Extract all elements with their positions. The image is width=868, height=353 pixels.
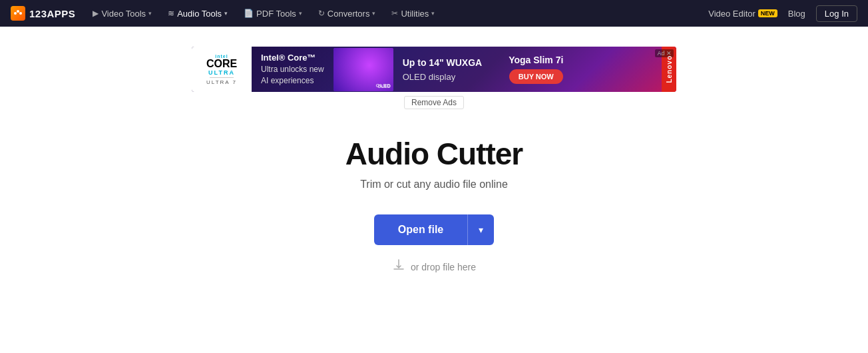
ad-cta-button[interactable]: BUY NOW bbox=[509, 69, 563, 84]
video-editor-link[interactable]: Video Editor NEW bbox=[708, 9, 777, 19]
ad-product-cta: Yoga Slim 7i BUY NOW bbox=[498, 55, 574, 84]
nav-item-pdf-tools[interactable]: 📄 PDF Tools ▾ bbox=[237, 0, 309, 27]
ad-banner[interactable]: intel CORE ULTRA ULTRA 7 Intel® Core™ Ul… bbox=[192, 47, 676, 92]
audio-tools-icon: ≋ bbox=[168, 9, 174, 18]
svg-point-0 bbox=[14, 12, 17, 15]
oled-label: OLED bbox=[377, 84, 390, 89]
ad-container: intel CORE ULTRA ULTRA 7 Intel® Core™ Ul… bbox=[0, 47, 868, 109]
chevron-down-icon: ▾ bbox=[148, 10, 152, 17]
chevron-down-icon-audio: ▾ bbox=[224, 10, 228, 17]
nav-item-utilities[interactable]: ✂ Utilities ▾ bbox=[385, 0, 441, 27]
intel-model: ULTRA 7 bbox=[206, 79, 237, 85]
ad-wuxga-sub: OLED display bbox=[403, 72, 455, 82]
nav-label-utilities: Utilities bbox=[401, 9, 429, 19]
chevron-down-icon-util: ▾ bbox=[431, 10, 435, 17]
svg-point-2 bbox=[19, 12, 22, 15]
ad-intel-section: intel CORE ULTRA ULTRA 7 bbox=[192, 47, 252, 92]
open-file-dropdown-button[interactable]: ▾ bbox=[467, 214, 494, 245]
page-subtitle: Trim or cut any audio file online bbox=[360, 178, 508, 190]
ad-headline3: AI experiences bbox=[261, 75, 324, 87]
remove-ads-button[interactable]: Remove Ads bbox=[404, 96, 464, 109]
intel-core: CORE bbox=[206, 59, 237, 69]
pdf-tools-icon: 📄 bbox=[244, 9, 254, 18]
chevron-down-icon-open: ▾ bbox=[479, 224, 483, 235]
navbar: 123APPS ▶ Video Tools ▾ ≋ Audio Tools ▾ … bbox=[0, 0, 868, 27]
ad-right-section: Up to 14" WUXGA OLED display bbox=[393, 57, 491, 82]
open-file-button[interactable]: Open file bbox=[374, 214, 467, 245]
ad-product-name: Yoga Slim 7i bbox=[509, 55, 563, 65]
drop-label: or drop file here bbox=[411, 262, 476, 272]
ad-headline1: Intel® Core™ bbox=[261, 52, 324, 64]
nav-right: Video Editor NEW Blog Log In bbox=[708, 5, 857, 22]
nav-item-converters[interactable]: ↻ Convertors ▾ bbox=[312, 0, 383, 27]
nav-label-video-tools: Video Tools bbox=[101, 9, 146, 19]
video-editor-label: Video Editor bbox=[708, 9, 756, 19]
blog-link[interactable]: Blog bbox=[783, 9, 811, 19]
nav-item-video-tools[interactable]: ▶ Video Tools ▾ bbox=[86, 0, 158, 27]
video-tools-icon: ▶ bbox=[93, 9, 99, 18]
nav-item-audio-tools[interactable]: ≋ Audio Tools ▾ bbox=[161, 0, 234, 27]
logo-text: 123APPS bbox=[29, 8, 75, 19]
utilities-icon: ✂ bbox=[391, 9, 398, 18]
ad-text-section: Intel® Core™ Ultra unlocks new AI experi… bbox=[252, 52, 333, 87]
logo[interactable]: 123APPS bbox=[11, 6, 75, 21]
ad-wuxga-headline: Up to 14" WUXGA bbox=[403, 57, 482, 68]
intel-ultra-label: ULTRA bbox=[208, 69, 235, 76]
divider bbox=[210, 77, 234, 78]
main-content: Audio Cutter Trim or cut any audio file … bbox=[0, 136, 868, 275]
page-title: Audio Cutter bbox=[345, 136, 523, 172]
converters-icon: ↻ bbox=[318, 9, 325, 18]
chevron-down-icon-pdf: ▾ bbox=[299, 10, 302, 17]
nav-label-pdf-tools: PDF Tools bbox=[256, 9, 296, 19]
svg-point-1 bbox=[17, 10, 19, 13]
nav-label-audio-tools: Audio Tools bbox=[177, 9, 222, 19]
nav-label-converters: Convertors bbox=[327, 9, 370, 19]
ad-laptop-image: OLED bbox=[333, 48, 393, 91]
logo-icon bbox=[11, 6, 25, 21]
login-button[interactable]: Log In bbox=[816, 5, 857, 22]
lenovo-text: Lenovo bbox=[666, 55, 673, 83]
ad-headline2: Ultra unlocks new bbox=[261, 64, 324, 75]
open-file-group: Open file ▾ bbox=[374, 214, 494, 245]
chevron-down-icon-conv: ▾ bbox=[372, 10, 375, 17]
download-icon bbox=[392, 258, 405, 275]
drop-zone[interactable]: or drop file here bbox=[392, 258, 476, 275]
new-badge: NEW bbox=[758, 9, 777, 17]
